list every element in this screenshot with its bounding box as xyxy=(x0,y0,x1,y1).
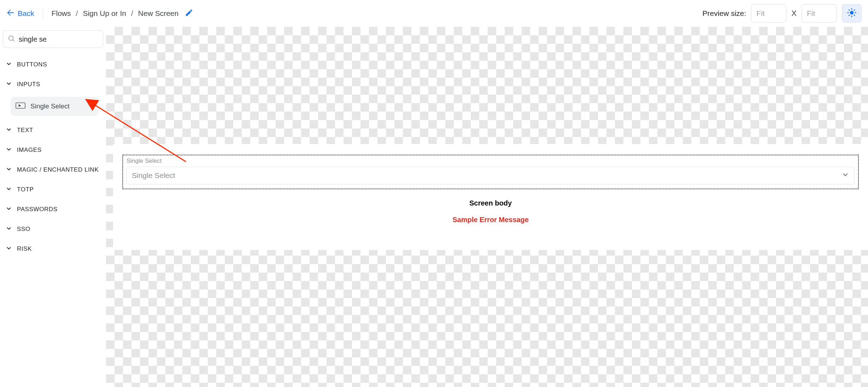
sidebar-cat-passwords[interactable]: PASSWORDS xyxy=(3,201,103,218)
search-icon xyxy=(7,35,15,44)
chevron-down-icon xyxy=(6,225,12,233)
single-select-icon xyxy=(16,102,25,111)
theme-toggle-button[interactable] xyxy=(842,4,862,23)
preview-height-input[interactable] xyxy=(802,4,837,23)
sidebar-cat-text[interactable]: TEXT xyxy=(3,121,103,139)
preview-size-controls: Preview size: X xyxy=(703,4,862,23)
svg-line-10 xyxy=(13,40,14,41)
canvas[interactable]: Single Select Single Select Screen body … xyxy=(106,27,868,387)
svg-line-7 xyxy=(849,15,850,16)
divider xyxy=(43,9,43,18)
arrow-left-icon xyxy=(6,9,14,18)
sidebar-cat-label: TOTP xyxy=(17,186,34,193)
preview-x-sep: X xyxy=(791,9,797,18)
sidebar-cat-buttons[interactable]: BUTTONS xyxy=(3,56,103,73)
sidebar-cat-label: BUTTONS xyxy=(17,61,47,68)
sidebar-cat-magic-link[interactable]: MAGIC / ENCHANTED LINK xyxy=(3,161,103,179)
breadcrumb-sep: / xyxy=(131,9,133,18)
chevron-down-icon xyxy=(6,61,12,69)
single-select-field[interactable]: Single Select Single Select xyxy=(122,155,859,189)
sidebar-cat-sso[interactable]: SSO xyxy=(3,220,103,238)
sidebar-cat-label: TEXT xyxy=(17,127,33,134)
search-input[interactable] xyxy=(19,35,99,43)
single-select-label: Single Select xyxy=(127,157,855,165)
edit-icon[interactable] xyxy=(185,8,193,19)
single-select-dropdown[interactable]: Single Select xyxy=(127,167,855,184)
preview-width-input[interactable] xyxy=(751,4,786,23)
screen-body-text: Screen body xyxy=(122,199,859,207)
sidebar-item-label: Single Select xyxy=(30,102,70,110)
sidebar: BUTTONS INPUTS Single Select TEXT xyxy=(0,27,106,387)
preview-size-label: Preview size: xyxy=(703,9,746,18)
chevron-down-icon xyxy=(6,126,12,134)
sidebar-item-single-select[interactable]: Single Select xyxy=(11,97,98,116)
breadcrumb: Flows / Sign Up or In / New Screen xyxy=(52,9,179,18)
chevron-down-icon xyxy=(6,186,12,194)
sidebar-cat-inputs[interactable]: INPUTS xyxy=(3,76,103,93)
svg-point-9 xyxy=(9,36,13,41)
svg-line-3 xyxy=(849,10,850,10)
sidebar-cat-totp[interactable]: TOTP xyxy=(3,181,103,198)
back-button[interactable]: Back xyxy=(6,9,34,18)
chevron-down-icon xyxy=(6,81,12,88)
svg-line-4 xyxy=(854,15,855,16)
screen-card[interactable]: Single Select Single Select Screen body … xyxy=(113,144,868,250)
single-select-placeholder: Single Select xyxy=(132,171,175,180)
sidebar-cat-risk[interactable]: RISK xyxy=(3,240,103,258)
svg-line-8 xyxy=(854,10,855,10)
sidebar-cat-label: RISK xyxy=(17,245,32,252)
topbar: Back Flows / Sign Up or In / New Screen … xyxy=(0,0,868,27)
search-field[interactable] xyxy=(3,30,103,48)
chevron-down-icon xyxy=(6,166,12,174)
svg-point-0 xyxy=(850,11,853,14)
breadcrumb-signup-or-in[interactable]: Sign Up or In xyxy=(83,9,126,18)
breadcrumb-new-screen[interactable]: New Screen xyxy=(138,9,178,18)
sun-icon xyxy=(847,8,857,19)
chevron-down-icon xyxy=(6,206,12,213)
error-text: Sample Error Message xyxy=(122,216,859,224)
sidebar-cat-label: INPUTS xyxy=(17,81,40,88)
chevron-down-icon xyxy=(841,171,849,180)
breadcrumb-sep: / xyxy=(76,9,78,18)
sidebar-cat-label: SSO xyxy=(17,226,30,233)
chevron-down-icon xyxy=(6,146,12,154)
sidebar-cat-label: PASSWORDS xyxy=(17,206,58,213)
sidebar-cat-label: MAGIC / ENCHANTED LINK xyxy=(17,166,99,173)
chevron-down-icon xyxy=(6,245,12,253)
breadcrumb-flows[interactable]: Flows xyxy=(52,9,71,18)
sidebar-cat-label: IMAGES xyxy=(17,147,42,154)
sidebar-cat-images[interactable]: IMAGES xyxy=(3,141,103,159)
back-label: Back xyxy=(18,9,34,18)
